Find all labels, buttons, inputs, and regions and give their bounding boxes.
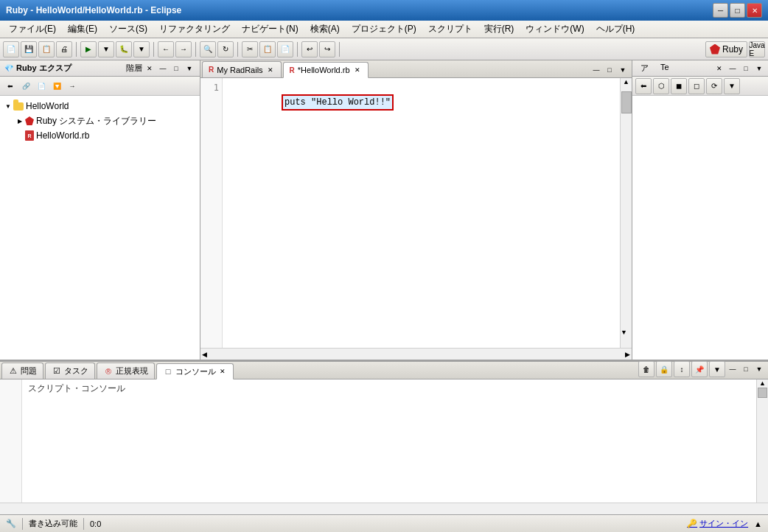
menu-file[interactable]: ファイル(E)	[3, 21, 62, 37]
right-panel-maximize[interactable]: □	[740, 63, 752, 74]
right-panel-close[interactable]: ✕	[713, 63, 725, 74]
debug-button[interactable]: 🐛	[116, 41, 132, 57]
bottom-scroll-thumb[interactable]	[758, 388, 767, 398]
tab-helloworld-rb[interactable]: R *HelloWorld.rb ✕	[283, 62, 369, 78]
paste-button[interactable]: 📄	[277, 41, 293, 57]
tree-item-helloworld[interactable]: ▼ HelloWorld	[0, 99, 200, 113]
bottom-tab-actions: 🗑 🔒 ↕ 📌 ▼ — □ ▼	[637, 360, 767, 379]
tree-item-ruby-lib[interactable]: ▶ Ruby システム・ライブラリー	[0, 113, 200, 128]
right-tool-btn-3[interactable]: ◼	[671, 78, 687, 94]
code-editor[interactable]: puts "Hello World!!"	[223, 78, 620, 348]
console-icon: □	[163, 366, 173, 377]
menu-script[interactable]: スクリプト	[422, 21, 478, 37]
redo-button[interactable]: ↪	[319, 41, 335, 57]
print-button[interactable]: 🖨	[56, 41, 72, 57]
scrollbar-thumb[interactable]	[621, 91, 632, 113]
undo-button[interactable]: ↩	[301, 41, 318, 57]
bottom-area: ⚠ 問題 ☑ タスク ® 正規表現 □ コンソール ✕ 🗑 🔒 ↕ 📌 ▼	[0, 360, 768, 514]
menu-source[interactable]: ソース(S)	[103, 21, 153, 37]
minimize-left-panel-button[interactable]: —	[157, 63, 169, 74]
right-tool-btn-5[interactable]: ⟳	[706, 78, 722, 94]
editor-maximize-button[interactable]: □	[604, 64, 615, 76]
close-button[interactable]: ✕	[747, 3, 762, 18]
next-edit-button[interactable]: →	[175, 41, 192, 57]
scroll-right-button[interactable]: ▶	[624, 351, 632, 358]
right-tab-te[interactable]: Te	[655, 61, 674, 75]
editor-scrollbar-horizontal[interactable]: ◀ ▶	[200, 348, 632, 360]
new-file-button[interactable]: 📄	[34, 79, 49, 94]
copy-button[interactable]: 📋	[259, 41, 276, 57]
right-tab-a[interactable]: ア	[635, 61, 654, 75]
ruby-perspective-button[interactable]: Ruby	[705, 41, 747, 57]
prev-edit-button[interactable]: ←	[158, 41, 174, 57]
right-panel-minimize[interactable]: —	[727, 63, 739, 74]
right-panel-menu[interactable]: ▼	[753, 63, 765, 74]
maximize-button[interactable]: □	[730, 3, 745, 18]
cut-button[interactable]: ✂	[242, 41, 258, 57]
bottom-scrollbar-h[interactable]	[0, 503, 768, 514]
sign-in-link[interactable]: 🔑 サイン・イン	[687, 518, 748, 529]
bottom-scrollbar-v[interactable]: ▲	[756, 379, 768, 503]
close-left-panel-button[interactable]: ✕	[144, 63, 156, 74]
java-perspective-button[interactable]: Java E	[749, 41, 765, 57]
bottom-scroll-up[interactable]: ▲	[757, 379, 768, 387]
toolbar-sep-1	[76, 42, 77, 57]
right-tool-btn-dropdown[interactable]: ▼	[724, 78, 740, 94]
bottom-minimize-button[interactable]: —	[727, 363, 739, 375]
scroll-left-button[interactable]: ◀	[200, 351, 209, 358]
title-bar: Ruby - HelloWorld/HelloWorld.rb - Eclips…	[0, 0, 768, 21]
toolbar-forward-button[interactable]: →	[65, 79, 80, 94]
menu-edit[interactable]: 編集(E)	[62, 21, 103, 37]
minimize-button[interactable]: ─	[713, 3, 728, 18]
save-all-button[interactable]: 📋	[38, 41, 55, 57]
run-button[interactable]: ▶	[80, 41, 97, 57]
console-tab-close[interactable]: ✕	[218, 367, 227, 376]
toolbar-sep-5	[297, 42, 298, 57]
save-button[interactable]: 💾	[21, 41, 37, 57]
maximize-left-panel-button[interactable]: □	[170, 63, 182, 74]
editor-scrollbar-vertical[interactable]: ▲ ▼	[620, 78, 632, 348]
bottom-maximize-button[interactable]: □	[740, 363, 752, 375]
editor-menu-button[interactable]: ▼	[617, 64, 629, 76]
folder-icon	[13, 102, 24, 111]
right-tool-btn-1[interactable]: ⬅	[635, 78, 652, 94]
menu-search[interactable]: 検索(A)	[304, 21, 346, 37]
console-lock-button[interactable]: 🔒	[656, 361, 672, 377]
tree-item-helloworld-rb[interactable]: R HelloWorld.rb	[0, 128, 200, 143]
run-dropdown[interactable]: ▼	[98, 41, 114, 57]
toolbar-filter-button[interactable]: 🔽	[49, 79, 64, 94]
scroll-down-button[interactable]: ▼	[621, 329, 627, 336]
tab-my-rad-rails[interactable]: R My RadRails ✕	[202, 61, 282, 77]
collapse-all-button[interactable]: ⬅	[3, 79, 18, 94]
refresh-button[interactable]: ↻	[217, 41, 234, 57]
scroll-up-button[interactable]: ▲	[621, 78, 632, 85]
menu-run[interactable]: 実行(R)	[478, 21, 520, 37]
tab-close-radrails[interactable]: ✕	[266, 66, 275, 74]
left-panel-menu-button[interactable]: ▼	[184, 63, 195, 74]
menu-refactor[interactable]: リファクタリング	[153, 21, 236, 37]
ruby-file-label: HelloWorld.rb	[36, 130, 89, 141]
right-panel: ア Te ✕ — □ ▼ ⬅ ⬡ ◼ ◻ ⟳ ▼	[632, 60, 768, 360]
link-editor-button[interactable]: 🔗	[18, 79, 33, 94]
editor-minimize-button[interactable]: —	[590, 64, 602, 76]
bottom-menu-button[interactable]: ▼	[753, 363, 765, 375]
console-clear-button[interactable]: 🗑	[638, 361, 654, 377]
search-button[interactable]: 🔍	[200, 41, 216, 57]
console-scroll-button[interactable]: ↕	[674, 361, 690, 377]
menu-navigate[interactable]: ナビゲート(N)	[236, 21, 304, 37]
right-tool-btn-2[interactable]: ⬡	[653, 78, 669, 94]
console-menu-button[interactable]: ▼	[709, 361, 725, 377]
menu-window[interactable]: ウィンドウ(W)	[520, 21, 590, 37]
left-panel-title: Ruby エクスプ	[16, 63, 71, 74]
bottom-tab-problems[interactable]: ⚠ 問題	[1, 363, 43, 379]
bottom-tab-tasks[interactable]: ☑ タスク	[45, 363, 95, 379]
bottom-tab-console[interactable]: □ コンソール ✕	[156, 363, 234, 379]
tab-close-helloworld[interactable]: ✕	[353, 66, 362, 74]
console-pin-button[interactable]: 📌	[691, 361, 708, 377]
new-button[interactable]: 📄	[3, 41, 19, 57]
debug-dropdown[interactable]: ▼	[133, 41, 150, 57]
menu-project[interactable]: プロジェクト(P)	[346, 21, 422, 37]
menu-help[interactable]: ヘルプ(H)	[590, 21, 641, 37]
right-tool-btn-4[interactable]: ◻	[688, 78, 705, 94]
bottom-tab-regex[interactable]: ® 正規表現	[97, 363, 155, 379]
